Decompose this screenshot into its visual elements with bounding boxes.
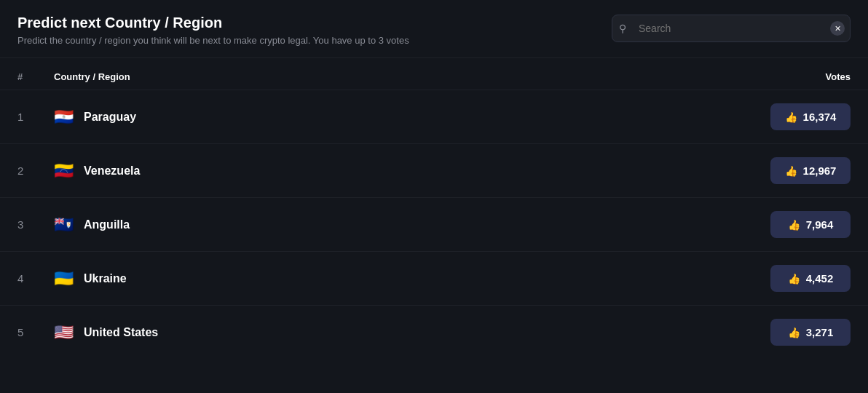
rank-cell: 1	[17, 111, 54, 123]
header-text: Predict next Country / Region Predict th…	[17, 15, 409, 46]
table-row: 5 🇺🇸 United States 👍 3,271	[0, 305, 868, 359]
thumbs-up-icon: 👍	[788, 327, 800, 338]
votes-cell: 👍 4,452	[734, 265, 851, 292]
table-row: 3 🇦🇮 Anguilla 👍 7,964	[0, 197, 868, 251]
country-name: United States	[84, 326, 158, 339]
vote-count: 4,452	[806, 272, 834, 285]
country-cell: 🇺🇸 United States	[54, 325, 734, 341]
country-flag: 🇺🇦	[54, 271, 74, 287]
page-title: Predict next Country / Region	[17, 15, 409, 31]
votes-cell: 👍 7,964	[734, 211, 851, 238]
vote-button[interactable]: 👍 16,374	[770, 103, 851, 130]
vote-count: 3,271	[806, 326, 834, 338]
vote-count: 7,964	[806, 218, 834, 231]
thumbs-up-icon: 👍	[785, 111, 797, 123]
votes-cell: 👍 12,967	[734, 157, 851, 184]
votes-cell: 👍 16,374	[734, 103, 851, 130]
vote-count: 16,374	[803, 111, 837, 123]
table-row: 2 🇻🇪 Venezuela 👍 12,967	[0, 143, 868, 197]
column-header-rank: #	[17, 71, 54, 82]
country-flag: 🇻🇪	[54, 163, 74, 179]
column-header-votes: Votes	[734, 71, 851, 82]
vote-button[interactable]: 👍 7,964	[770, 211, 851, 238]
country-name: Anguilla	[84, 218, 130, 231]
country-flag: 🇦🇮	[54, 217, 74, 233]
close-icon: ✕	[835, 24, 841, 33]
thumbs-up-icon: 👍	[788, 273, 800, 285]
page-subtitle: Predict the country / region you think w…	[17, 35, 409, 46]
header-divider	[0, 57, 868, 58]
votes-cell: 👍 3,271	[734, 319, 851, 346]
rank-cell: 2	[17, 164, 54, 177]
country-name: Ukraine	[84, 272, 127, 285]
page-header: Predict next Country / Region Predict th…	[0, 0, 868, 57]
vote-count: 12,967	[803, 164, 837, 177]
column-header-country: Country / Region	[54, 71, 734, 82]
table-row: 4 🇺🇦 Ukraine 👍 4,452	[0, 251, 868, 305]
vote-button[interactable]: 👍 4,452	[770, 265, 851, 292]
table-body: 1 🇵🇾 Paraguay 👍 16,374 2 🇻🇪 Venezuela 👍	[0, 90, 868, 359]
rank-cell: 5	[17, 326, 54, 338]
vote-button[interactable]: 👍 12,967	[770, 157, 851, 184]
search-input[interactable]	[612, 15, 851, 42]
rank-cell: 3	[17, 218, 54, 231]
country-cell: 🇦🇮 Anguilla	[54, 217, 734, 233]
country-flag: 🇺🇸	[54, 325, 74, 341]
search-container: ⚲ ✕	[612, 15, 851, 42]
country-name: Paraguay	[84, 111, 136, 124]
thumbs-up-icon: 👍	[785, 165, 797, 177]
country-flag: 🇵🇾	[54, 109, 74, 125]
country-name: Venezuela	[84, 164, 140, 178]
country-cell: 🇺🇦 Ukraine	[54, 271, 734, 287]
country-cell: 🇵🇾 Paraguay	[54, 109, 734, 125]
country-cell: 🇻🇪 Venezuela	[54, 163, 734, 179]
thumbs-up-icon: 👍	[788, 219, 800, 231]
vote-button[interactable]: 👍 3,271	[770, 319, 851, 346]
table-header-row: # Country / Region Votes	[0, 64, 868, 90]
search-close-button[interactable]: ✕	[830, 21, 845, 36]
rank-cell: 4	[17, 272, 54, 285]
table-row: 1 🇵🇾 Paraguay 👍 16,374	[0, 90, 868, 143]
